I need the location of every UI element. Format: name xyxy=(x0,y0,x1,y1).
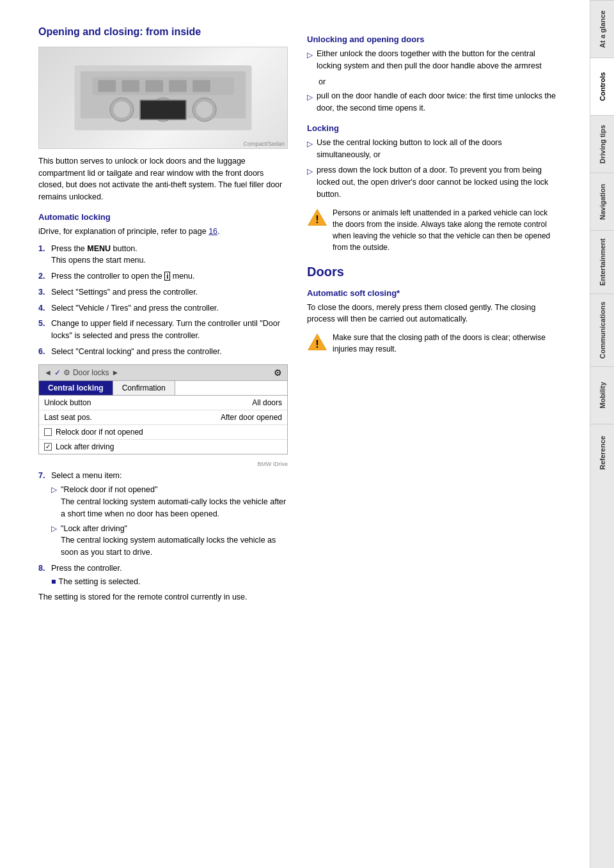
setting-selected-text: The setting is selected. xyxy=(59,576,141,588)
sidebar: At a glance Controls Driving tips Naviga… xyxy=(590,0,614,868)
sidebar-tab-reference[interactable]: Reference xyxy=(590,424,614,481)
automatic-locking-intro: iDrive, for explanation of principle, re… xyxy=(38,226,288,238)
soft-closing-text: To close the doors, merely press them cl… xyxy=(307,302,558,326)
locking-text-2: press down the lock button of a door. To… xyxy=(317,164,558,200)
step-4: 4. Select "Vehicle / Tires" and press th… xyxy=(38,302,288,314)
door-locks-header-left: ◄ ✓ ⚙ Door locks ► xyxy=(44,368,119,377)
door-locks-title: Door locks xyxy=(73,368,109,377)
relock-door-row: Relock door if not opened xyxy=(39,425,287,440)
sidebar-tab-entertainment[interactable]: Entertainment xyxy=(590,230,614,293)
svg-point-13 xyxy=(196,101,213,118)
last-seat-pos-row: Last seat pos. After door opened xyxy=(39,410,287,425)
svg-point-9 xyxy=(113,101,130,118)
confirmation-tab[interactable]: Confirmation xyxy=(113,381,175,395)
locking-text-1: Use the central locking button to lock a… xyxy=(317,137,558,161)
lock-after-driving-checkbox[interactable]: ✓ xyxy=(44,443,52,451)
svg-rect-3 xyxy=(98,80,116,91)
unlocking-item-1: ▷ Either unlock the doors together with … xyxy=(307,48,558,72)
sub-item-2: "Lock after driving"The central locking … xyxy=(61,523,288,559)
car-image: Compact/Sedan xyxy=(38,47,288,149)
image-credit-ui: BMW iDrive xyxy=(38,461,288,467)
door-locks-ui: ◄ ✓ ⚙ Door locks ► ⚙ Central locking Con… xyxy=(38,364,288,454)
locking-heading: Locking xyxy=(307,123,558,133)
door-locks-tabs: Central locking Confirmation xyxy=(39,381,287,396)
svg-text:!: ! xyxy=(315,213,319,224)
arrow-icon-3: ▷ xyxy=(307,138,313,161)
sub-arrow-2: ▷ xyxy=(51,523,57,559)
step-6: 6. Select "Central locking" and press th… xyxy=(38,346,288,358)
sidebar-tab-navigation[interactable]: Navigation xyxy=(590,173,614,230)
unlocking-text-2: pull on the door handle of each door twi… xyxy=(317,90,558,114)
step-5: 5. Change to upper field if necessary. T… xyxy=(38,318,288,342)
arrow-icon-2: ▷ xyxy=(307,91,313,114)
sidebar-tab-driving-tips[interactable]: Driving tips xyxy=(590,115,614,173)
soft-closing-warning-icon: ! xyxy=(307,332,327,352)
svg-rect-4 xyxy=(122,80,139,91)
stored-text: The setting is stored for the remote con… xyxy=(38,591,288,603)
step-8: 8. Press the controller. ■ The setting i… xyxy=(38,562,288,588)
svg-rect-7 xyxy=(193,80,210,91)
warning-box: ! Persons or animals left unattended in … xyxy=(307,207,558,253)
warning-triangle-icon: ! xyxy=(307,207,327,228)
step-7: 7. Select a menu item: ▷ "Relock door if… xyxy=(38,470,288,559)
step-1: 1. Press the MENU button.This opens the … xyxy=(38,243,288,267)
svg-rect-15 xyxy=(141,100,185,119)
or-text: or xyxy=(319,76,558,88)
relock-checkbox[interactable] xyxy=(44,428,52,436)
unlocking-item-2: ▷ pull on the door handle of each door t… xyxy=(307,90,558,114)
settings-icon: ⚙ xyxy=(63,368,70,377)
soft-closing-heading: Automatic soft closing* xyxy=(307,288,558,298)
unlock-button-value: All doors xyxy=(252,398,282,407)
arrow-icon-1: ▷ xyxy=(307,49,313,72)
settings-gear-icon: ⚙ xyxy=(274,368,282,378)
unlocking-text-1: Either unlock the doors together with th… xyxy=(317,48,558,72)
sub-item-1: "Relock door if not opened"The central l… xyxy=(61,484,288,520)
central-locking-tab[interactable]: Central locking xyxy=(39,381,113,395)
soft-closing-warning-text: Make sure that the closing path of the d… xyxy=(333,332,558,355)
last-seat-pos-value: After door opened xyxy=(221,413,282,422)
locking-item-2: ▷ press down the lock button of a door. … xyxy=(307,164,558,200)
door-locks-header: ◄ ✓ ⚙ Door locks ► ⚙ xyxy=(39,365,287,381)
sidebar-tab-controls[interactable]: Controls xyxy=(590,58,614,115)
step-2: 2. Press the controller to open the i me… xyxy=(38,270,288,283)
sub-arrow-1: ▷ xyxy=(51,484,57,520)
warning-text: Persons or animals left unattended in a … xyxy=(333,207,558,253)
unlocking-heading: Unlocking and opening doors xyxy=(307,35,558,44)
soft-closing-warning-box: ! Make sure that the closing path of the… xyxy=(307,332,558,355)
sidebar-tab-mobility[interactable]: Mobility xyxy=(590,366,614,424)
sidebar-tab-at-a-glance[interactable]: At a glance xyxy=(590,0,614,58)
svg-rect-6 xyxy=(169,80,187,91)
svg-rect-5 xyxy=(145,80,163,91)
arrow-icon-4: ▷ xyxy=(307,166,313,200)
body-text: This button serves to unlock or lock doo… xyxy=(38,155,288,203)
unlock-button-label: Unlock button xyxy=(44,398,91,407)
locking-item-1: ▷ Use the central locking button to lock… xyxy=(307,137,558,161)
checkmark-setting-icon: ■ xyxy=(51,576,56,588)
sidebar-tab-communications[interactable]: Communications xyxy=(590,293,614,366)
svg-text:!: ! xyxy=(315,339,319,350)
main-heading: Opening and closing: from inside xyxy=(38,26,288,39)
lock-after-driving-row: ✓ Lock after driving xyxy=(39,440,287,454)
unlock-button-row: Unlock button All doors xyxy=(39,396,287,410)
step-3: 3. Select "Settings" and press the contr… xyxy=(38,286,288,298)
last-seat-pos-label: Last seat pos. xyxy=(44,413,92,422)
doors-heading: Doors xyxy=(307,265,558,279)
back-arrow-icon: ◄ xyxy=(44,368,52,377)
relock-door-label: Relock door if not opened xyxy=(56,428,143,437)
forward-arrow-icon: ► xyxy=(112,368,120,377)
lock-after-driving-label: Lock after driving xyxy=(56,442,114,451)
automatic-locking-heading: Automatic locking xyxy=(38,212,288,222)
checkmark-icon: ✓ xyxy=(54,368,61,377)
image-credit: Compact/Sedan xyxy=(243,141,285,147)
